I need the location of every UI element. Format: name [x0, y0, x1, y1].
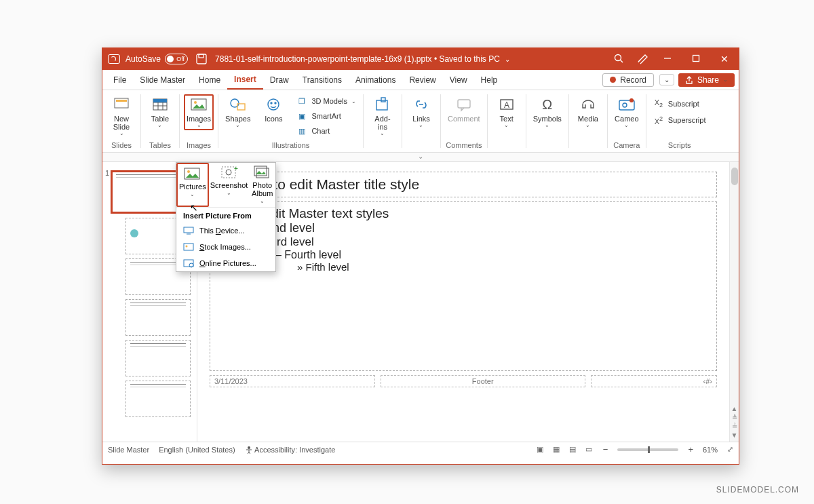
3d-models-button[interactable]: ❒3D Models ⌄ — [294, 94, 359, 108]
share-button[interactable]: Share ⌄ — [678, 73, 735, 87]
vertical-scrollbar[interactable]: ▲ ≜ ≟ ▼ — [729, 162, 739, 442]
text-button[interactable]: A Text⌄ — [492, 94, 522, 130]
slide-number: 1 — [105, 169, 109, 177]
content-placeholder[interactable]: Click to edit Master text styles Second … — [210, 201, 717, 371]
svg-point-32 — [226, 170, 231, 175]
zoom-in-icon[interactable]: + — [688, 444, 693, 454]
group-slides: New Slide⌄ Slides — [102, 90, 140, 152]
tab-view[interactable]: View — [443, 70, 474, 90]
reading-view-icon[interactable]: ▤ — [568, 445, 577, 454]
media-button[interactable]: Media⌄ — [573, 94, 603, 130]
svg-point-42 — [248, 446, 250, 449]
zoom-slider[interactable] — [617, 448, 678, 451]
text-level3: Third level — [254, 235, 708, 249]
new-slide-button[interactable]: New Slide⌄ — [106, 94, 136, 138]
superscript-button[interactable]: X2Superscript — [651, 113, 709, 127]
scroll-next-icon[interactable]: ≟ — [732, 423, 737, 430]
svg-point-18 — [268, 99, 279, 110]
scroll-prev-icon[interactable]: ≜ — [732, 414, 737, 421]
group-links: Links⌄ — [402, 90, 440, 152]
menu-this-device[interactable]: This Device... — [176, 222, 275, 239]
images-button[interactable]: Images⌄ — [184, 94, 214, 130]
text-level1: Click to edit Master text styles — [218, 206, 708, 221]
cameo-button[interactable]: Cameo⌄ — [612, 94, 642, 130]
status-accessibility[interactable]: Accessibility: Investigate — [245, 446, 336, 454]
accessibility-icon — [245, 446, 253, 454]
svg-rect-36 — [184, 227, 193, 233]
fit-window-icon[interactable]: ⤢ — [727, 445, 733, 454]
subscript-button[interactable]: X2Subscript — [651, 97, 709, 111]
tab-file[interactable]: File — [106, 70, 133, 90]
autosave-toggle[interactable]: AutoSave Off — [125, 54, 188, 64]
icons-button[interactable]: Icons — [258, 94, 288, 124]
subscript-icon: X2 — [653, 98, 664, 109]
zoom-value[interactable]: 61% — [703, 446, 718, 454]
document-title[interactable]: 7881-01-self-introduction-powerpoint-tem… — [215, 54, 510, 64]
save-icon[interactable] — [196, 54, 207, 64]
svg-point-39 — [186, 246, 188, 248]
sorter-view-icon[interactable]: ▦ — [551, 445, 561, 454]
chevron-down-icon: ⌄ — [723, 77, 728, 83]
text-level5: Fifth level — [297, 261, 708, 273]
tab-help[interactable]: Help — [474, 70, 505, 90]
shapes-button[interactable]: Shapes⌄ — [222, 94, 253, 130]
title-placeholder[interactable]: Click to edit Master title style — [210, 172, 717, 197]
chevron-down-icon: ⌄ — [119, 131, 124, 137]
group-symbols: Ω Symbols⌄ — [526, 90, 568, 152]
slideshow-view-icon[interactable]: ▭ — [584, 445, 594, 454]
tab-review[interactable]: Review — [402, 70, 442, 90]
photo-album-icon — [254, 166, 271, 180]
record-button[interactable]: Record — [602, 73, 654, 87]
tab-insert[interactable]: Insert — [227, 70, 263, 90]
cameo-icon — [617, 96, 636, 113]
zoom-knob[interactable] — [648, 446, 650, 453]
svg-line-3 — [620, 60, 623, 62]
menu-online-pictures[interactable]: Online Pictures... — [176, 255, 275, 271]
group-tables: Table⌄ Tables — [141, 90, 179, 152]
ribbon-collapse-toggle[interactable]: ⌄ — [102, 153, 739, 162]
scroll-down-icon[interactable]: ▼ — [731, 431, 738, 439]
ribbon-tabs: File Slide Master Home Insert Draw Trans… — [102, 70, 739, 90]
table-button[interactable]: Table⌄ — [145, 94, 175, 130]
svg-point-20 — [275, 102, 276, 104]
smartart-button[interactable]: ▣SmartArt — [294, 109, 359, 123]
layout-thumbnail[interactable] — [125, 299, 191, 336]
tab-transitions[interactable]: Transitions — [296, 70, 349, 90]
date-placeholder[interactable]: 3/11/2023 — [210, 375, 375, 387]
chevron-down-icon: ⌄ — [260, 198, 265, 204]
tab-slide-master[interactable]: Slide Master — [133, 70, 192, 90]
addins-icon — [373, 96, 392, 113]
addins-button[interactable]: Add- ins⌄ — [368, 94, 398, 138]
svg-rect-13 — [153, 99, 167, 102]
layout-thumbnail[interactable] — [125, 381, 191, 417]
close-button[interactable]: ✕ — [710, 54, 739, 64]
status-language[interactable]: English (United States) — [159, 446, 235, 454]
footer-placeholder[interactable]: Footer — [381, 375, 585, 387]
draw-mode-icon[interactable] — [637, 53, 649, 66]
menu-stock-images[interactable]: Stock Images... — [176, 239, 275, 255]
scroll-up-icon[interactable]: ▲ — [731, 405, 738, 412]
slide-canvas[interactable]: Click to edit Master title style Click t… — [197, 162, 729, 442]
zoom-out-icon[interactable]: − — [603, 444, 608, 454]
normal-view-icon[interactable]: ▣ — [535, 445, 545, 454]
pictures-menu-button[interactable]: Pictures ⌄ ↖ — [176, 163, 209, 207]
search-icon[interactable] — [604, 54, 633, 65]
chart-button[interactable]: ▥Chart — [294, 124, 359, 138]
tab-home[interactable]: Home — [192, 70, 227, 90]
cube-icon: ❒ — [296, 97, 307, 106]
layout-thumbnail[interactable] — [125, 340, 191, 376]
chevron-down-icon: ⌄ — [545, 123, 549, 129]
slidenum-placeholder[interactable]: ‹#› — [591, 375, 718, 387]
scrollbar-thumb[interactable] — [731, 168, 738, 185]
symbols-button[interactable]: Ω Symbols⌄ — [530, 94, 564, 130]
title-text: Click to edit Master title style — [218, 176, 708, 193]
maximize-button[interactable] — [682, 54, 710, 64]
minimize-button[interactable] — [653, 54, 682, 64]
tab-draw[interactable]: Draw — [263, 70, 296, 90]
tab-animations[interactable]: Animations — [349, 70, 402, 90]
screenshot-menu-button[interactable]: + Screenshot ⌄ — [209, 163, 250, 207]
links-button[interactable]: Links⌄ — [406, 94, 436, 130]
svg-rect-23 — [458, 100, 470, 108]
ribbon-options-dropdown[interactable]: ⌄ — [659, 74, 674, 85]
photo-album-menu-button[interactable]: Photo Album ⌄ — [249, 163, 275, 207]
